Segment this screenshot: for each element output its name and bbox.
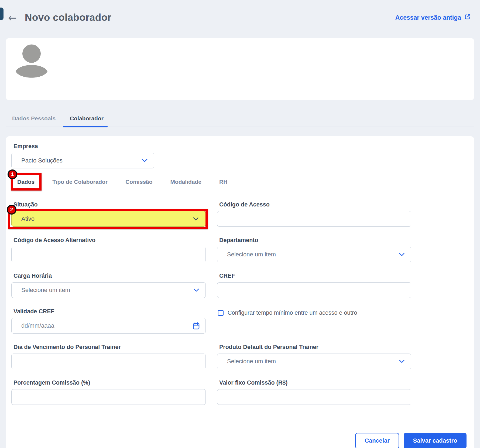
porcentagem-comissao-input[interactable] xyxy=(11,389,206,405)
validade-cref-input[interactable] xyxy=(11,318,206,334)
page-header: ← Novo colaborador Acessar versão antiga xyxy=(0,0,480,23)
field-porcentagem-comissao: Porcentagem Comissão (%) xyxy=(11,379,206,405)
field-valor-fixo-comissao: Valor fixo Comissão (R$) xyxy=(217,379,411,405)
chevron-down-icon xyxy=(399,358,404,365)
legacy-version-link[interactable]: Acessar versão antiga xyxy=(395,13,471,22)
situacao-select[interactable]: Ativo xyxy=(11,211,206,227)
subtab-modalidade[interactable]: Modalidade xyxy=(170,179,202,189)
chevron-down-icon xyxy=(399,251,404,258)
valor-fixo-comissao-input[interactable] xyxy=(217,389,411,405)
porcentagem-comissao-label: Porcentagem Comissão (%) xyxy=(13,379,206,386)
departamento-select-value: Selecione um item xyxy=(227,251,276,258)
external-link-icon xyxy=(464,13,471,22)
field-produto-default: Produto Default do Personal Trainer Sele… xyxy=(217,344,411,369)
chevron-down-icon xyxy=(193,215,198,222)
validade-cref-label: Validade CREF xyxy=(13,308,206,315)
carga-horaria-select-value: Selecione um item xyxy=(21,287,70,294)
valor-fixo-comissao-label: Valor fixo Comissão (R$) xyxy=(219,379,411,386)
page-title: Novo colaborador xyxy=(25,12,111,23)
field-cref: CREF xyxy=(217,273,411,298)
form-grid: Situação Ativo 2 Código de Acesso Código… xyxy=(11,201,469,415)
empresa-select[interactable]: Pacto Soluções xyxy=(11,153,154,168)
field-tempo-minimo: Configurar tempo mínimo entre um acesso … xyxy=(217,308,411,334)
situacao-label: Situação xyxy=(13,201,206,208)
chevron-down-icon xyxy=(142,157,148,164)
avatar-placeholder-icon[interactable] xyxy=(15,43,49,81)
field-situacao: Situação Ativo 2 xyxy=(11,201,206,227)
field-validade-cref: Validade CREF xyxy=(11,308,206,334)
subtab-comissao[interactable]: Comissão xyxy=(125,179,152,189)
codigo-acesso-alternativo-input[interactable] xyxy=(11,247,206,262)
save-button[interactable]: Salvar cadastro xyxy=(404,433,467,448)
main-tabs: Dados Pessoais Colaborador xyxy=(6,100,474,127)
carga-horaria-select[interactable]: Selecione um item xyxy=(11,282,206,298)
situacao-select-value: Ativo xyxy=(21,215,35,222)
side-corner-tab xyxy=(0,8,4,20)
tab-colaborador[interactable]: Colaborador xyxy=(70,115,104,127)
carga-horaria-label: Carga Horária xyxy=(13,273,206,279)
produto-default-select-value: Selecione um item xyxy=(227,358,276,365)
tempo-minimo-checkbox-label: Configurar tempo mínimo entre um acesso … xyxy=(228,310,357,316)
produto-default-select[interactable]: Selecione um item xyxy=(217,354,411,369)
subtab-rh-label: RH xyxy=(219,179,227,185)
produto-default-label: Produto Default do Personal Trainer xyxy=(219,344,411,351)
subtab-tipo-de-colaborador[interactable]: Tipo de Colaborador xyxy=(52,179,108,189)
cref-input[interactable] xyxy=(217,282,411,298)
dia-vencimento-input[interactable] xyxy=(11,354,206,369)
field-codigo-acesso-alternativo: Código de Acesso Alternativo xyxy=(11,237,206,262)
empresa-select-value: Pacto Soluções xyxy=(21,157,63,164)
tempo-minimo-checkbox[interactable] xyxy=(218,310,224,316)
cancel-button[interactable]: Cancelar xyxy=(355,433,399,448)
subtab-tipo-label: Tipo de Colaborador xyxy=(52,179,108,185)
field-dia-vencimento: Dia de Vencimento do Personal Trainer xyxy=(11,344,206,369)
field-departamento: Departamento Selecione um item xyxy=(217,237,411,262)
subtab-dados-label: Dados xyxy=(17,179,35,185)
codigo-acesso-input[interactable] xyxy=(217,211,411,227)
cref-label: CREF xyxy=(219,273,411,279)
departamento-select[interactable]: Selecione um item xyxy=(217,247,411,262)
form-footer: Cancelar Salvar cadastro xyxy=(11,433,469,448)
avatar-card xyxy=(6,38,474,100)
subtab-rh[interactable]: RH xyxy=(219,179,227,189)
tab-colaborador-label: Colaborador xyxy=(70,115,104,121)
field-codigo-de-acesso: Código de Acesso xyxy=(217,201,411,227)
codigo-acesso-label: Código de Acesso xyxy=(219,201,411,208)
dia-vencimento-label: Dia de Vencimento do Personal Trainer xyxy=(13,344,206,351)
active-subtab-underline xyxy=(17,188,35,189)
subtab-dados[interactable]: 1 Dados xyxy=(17,179,35,189)
subtab-comissao-label: Comissão xyxy=(125,179,152,185)
active-tab-underline xyxy=(63,126,108,127)
annotation-badge-1: 1 xyxy=(8,169,17,179)
legacy-version-link-label: Acessar versão antiga xyxy=(395,14,461,21)
collaborator-form-card: Empresa Pacto Soluções 1 Dados Tipo de C… xyxy=(6,136,474,448)
tab-dados-pessoais-label: Dados Pessoais xyxy=(12,115,56,121)
collaborator-subtabs: 1 Dados Tipo de Colaborador Comissão Mod… xyxy=(11,179,469,189)
empresa-label: Empresa xyxy=(13,143,469,150)
back-arrow-icon[interactable]: ← xyxy=(8,13,17,23)
chevron-down-icon xyxy=(194,287,199,294)
tab-dados-pessoais[interactable]: Dados Pessoais xyxy=(12,115,56,127)
subtab-modalidade-label: Modalidade xyxy=(170,179,202,185)
codigo-acesso-alternativo-label: Código de Acesso Alternativo xyxy=(13,237,206,244)
departamento-label: Departamento xyxy=(219,237,411,244)
field-carga-horaria: Carga Horária Selecione um item xyxy=(11,273,206,298)
